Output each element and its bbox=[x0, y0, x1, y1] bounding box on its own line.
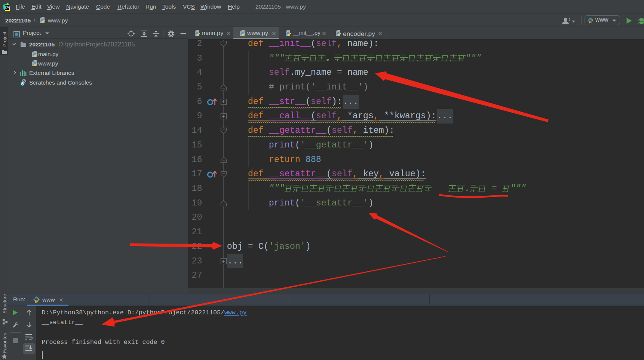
svg-text:PC: PC bbox=[5, 5, 9, 9]
